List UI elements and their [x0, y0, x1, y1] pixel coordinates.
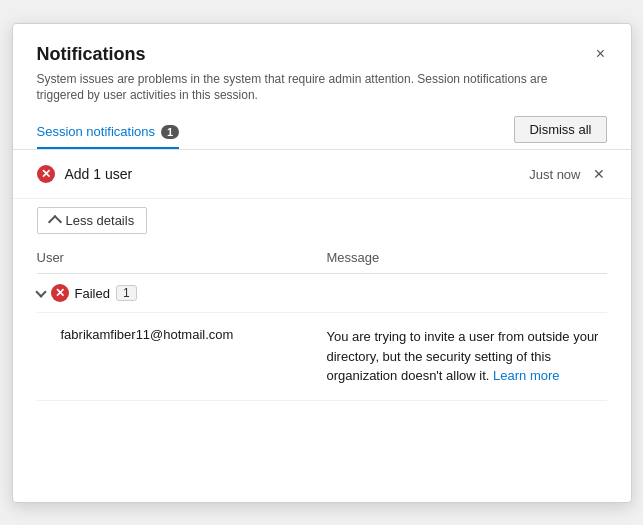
tabs-container: Session notifications 1: [37, 116, 204, 149]
failed-group-row: ✕ Failed 1: [37, 274, 607, 313]
notification-close-button[interactable]: ✕: [591, 164, 607, 184]
notification-item: ✕ Add 1 user Just now ✕: [13, 150, 631, 199]
col-message-header: Message: [327, 250, 607, 265]
user-cell: fabrikamfiber11@hotmail.com: [37, 327, 327, 342]
tab-label: Session notifications: [37, 124, 156, 139]
table-header: User Message: [37, 242, 607, 274]
message-cell: You are trying to invite a user from out…: [327, 327, 607, 386]
notification-left: ✕ Add 1 user: [37, 165, 133, 183]
table-section: User Message ✕ Failed 1 fabrikamfiber11@…: [13, 242, 631, 401]
tab-badge: 1: [161, 125, 179, 139]
learn-more-link[interactable]: Learn more: [493, 368, 559, 383]
table-row: fabrikamfiber11@hotmail.com You are tryi…: [37, 313, 607, 401]
failed-error-icon: ✕: [51, 284, 69, 302]
details-button-label: Less details: [66, 213, 135, 228]
chevron-down-icon: [35, 286, 46, 297]
dialog-subtitle: System issues are problems in the system…: [37, 71, 557, 105]
chevron-up-icon: [47, 215, 61, 229]
dismiss-all-button[interactable]: Dismiss all: [514, 116, 606, 143]
notification-timestamp: Just now: [529, 167, 580, 182]
failed-count-badge: 1: [116, 285, 137, 301]
notification-title: Add 1 user: [65, 166, 133, 182]
dialog-header: Notifications System issues are problems…: [13, 24, 631, 117]
notification-right: Just now ✕: [529, 164, 606, 184]
notifications-dialog: Notifications System issues are problems…: [12, 23, 632, 503]
less-details-button[interactable]: Less details: [37, 207, 148, 234]
tab-session-notifications[interactable]: Session notifications 1: [37, 116, 180, 149]
error-icon: ✕: [37, 165, 55, 183]
dialog-close-button[interactable]: ×: [589, 42, 613, 66]
tabs-bar: Session notifications 1 Dismiss all: [13, 116, 631, 150]
dialog-title: Notifications: [37, 44, 607, 65]
col-user-header: User: [37, 250, 327, 265]
failed-label: Failed: [75, 286, 110, 301]
